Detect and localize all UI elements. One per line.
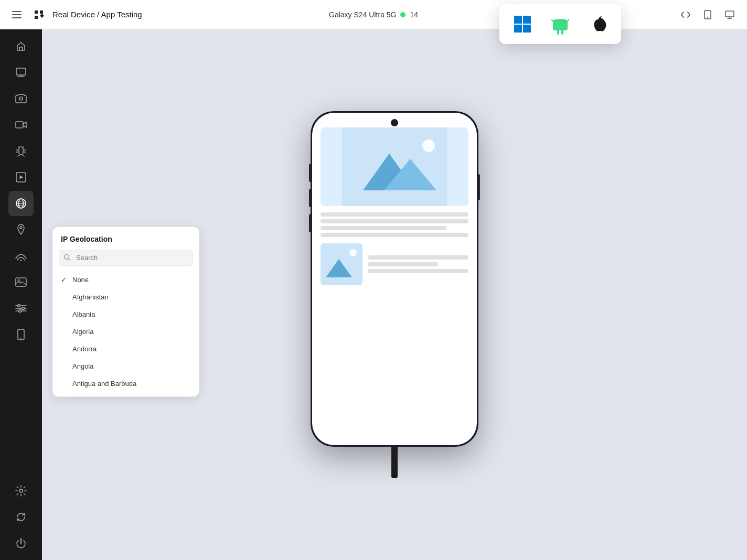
sidebar-item-device[interactable] xyxy=(8,322,34,347)
svg-point-25 xyxy=(22,307,25,310)
svg-point-24 xyxy=(18,305,20,307)
country-name: Antigua and Barbuda xyxy=(72,380,136,387)
phone-power-button xyxy=(478,174,480,200)
text-line xyxy=(321,219,468,223)
svg-point-29 xyxy=(19,489,23,492)
sidebar xyxy=(0,29,42,560)
sidebar-item-image[interactable] xyxy=(8,270,34,295)
sidebar-item-play[interactable] xyxy=(8,165,34,190)
phone-text-lines xyxy=(321,212,468,237)
country-list: ✓ None Afghanistan Albania Algeria xyxy=(52,271,199,392)
device-info: Galaxy S24 Ultra 5G 14 xyxy=(329,10,418,19)
list-item[interactable]: Afghanistan xyxy=(52,288,199,306)
svg-rect-16 xyxy=(16,122,23,128)
android-platform-button[interactable] xyxy=(548,12,573,37)
list-item[interactable]: ✓ None xyxy=(52,271,199,288)
list-item[interactable]: Algeria xyxy=(52,323,199,340)
sidebar-item-home[interactable] xyxy=(8,34,34,59)
sidebar-item-bug[interactable] xyxy=(8,138,34,164)
country-name: Algeria xyxy=(72,328,93,336)
text-line xyxy=(321,212,468,217)
country-name: Andorra xyxy=(72,345,97,353)
search-input[interactable] xyxy=(59,250,193,266)
sidebar-item-refresh[interactable] xyxy=(8,504,34,530)
sidebar-item-screen[interactable] xyxy=(8,60,34,85)
screen-button[interactable] xyxy=(721,6,739,24)
phone-button[interactable] xyxy=(699,6,717,24)
svg-point-28 xyxy=(20,338,22,339)
geo-search-container xyxy=(59,250,193,266)
android-indicator xyxy=(400,12,405,17)
list-item[interactable]: Angola xyxy=(52,358,199,375)
phone-text-small xyxy=(368,243,468,285)
svg-rect-14 xyxy=(16,68,26,75)
svg-point-21 xyxy=(20,260,22,262)
apple-platform-button[interactable] xyxy=(585,12,611,37)
phone-image-small xyxy=(321,243,362,285)
sidebar-item-signal[interactable] xyxy=(8,243,34,268)
search-icon xyxy=(63,253,71,262)
check-icon: ✓ xyxy=(61,276,68,284)
sidebar-item-globe[interactable] xyxy=(8,191,34,216)
device-name: Galaxy S24 Ultra 5G xyxy=(329,10,396,19)
sidebar-item-power[interactable] xyxy=(8,531,34,556)
svg-rect-7 xyxy=(523,16,531,24)
svg-point-15 xyxy=(19,97,23,100)
list-item[interactable]: Albania xyxy=(52,306,199,323)
text-line xyxy=(321,226,446,230)
svg-rect-6 xyxy=(514,16,522,24)
phone-camera xyxy=(391,119,398,126)
phone-mockup xyxy=(311,111,478,478)
sidebar-item-camera[interactable] xyxy=(8,86,34,111)
svg-rect-5 xyxy=(725,11,734,17)
svg-rect-2 xyxy=(12,17,22,18)
phone-screen xyxy=(312,113,477,445)
svg-point-34 xyxy=(422,139,435,152)
svg-rect-8 xyxy=(514,25,522,33)
topbar: Real Device / App Testing Galaxy S24 Ult… xyxy=(0,0,747,29)
geo-panel: IP Geolocation ✓ None Afghanistan xyxy=(52,227,199,396)
code-button[interactable] xyxy=(677,6,695,24)
phone-volume-down-button xyxy=(309,189,311,207)
main-layout: IP Geolocation ✓ None Afghanistan xyxy=(0,29,747,560)
svg-rect-0 xyxy=(12,11,22,12)
platform-picker xyxy=(499,4,621,44)
svg-point-4 xyxy=(707,17,708,18)
app-logo xyxy=(30,6,47,23)
country-name: Albania xyxy=(72,310,95,318)
country-name: Angola xyxy=(72,362,93,370)
svg-point-26 xyxy=(19,310,22,313)
list-item[interactable]: Antigua and Barbuda xyxy=(52,375,199,392)
phone-cable xyxy=(391,447,398,478)
sidebar-item-settings[interactable] xyxy=(8,478,34,503)
sidebar-item-location[interactable] xyxy=(8,217,34,242)
phone-body xyxy=(311,111,478,447)
topbar-actions xyxy=(677,6,739,24)
hamburger-button[interactable] xyxy=(8,6,25,23)
text-line xyxy=(368,262,438,266)
text-line xyxy=(368,269,468,273)
sidebar-item-video[interactable] xyxy=(8,112,34,137)
phone-image-large xyxy=(321,127,468,206)
content-area: IP Geolocation ✓ None Afghanistan xyxy=(42,29,747,560)
page-title: Real Device / App Testing xyxy=(52,10,142,19)
android-version: 14 xyxy=(410,10,418,19)
phone-content-row xyxy=(321,243,468,285)
svg-point-37 xyxy=(349,249,357,256)
list-item[interactable]: Andorra xyxy=(52,340,199,358)
text-line xyxy=(321,233,468,237)
geo-panel-title: IP Geolocation xyxy=(52,235,199,250)
svg-point-20 xyxy=(20,227,22,229)
windows-platform-button[interactable] xyxy=(510,12,535,37)
phone-content xyxy=(312,113,477,445)
text-line xyxy=(368,255,468,260)
country-name: Afghanistan xyxy=(72,293,109,301)
svg-point-23 xyxy=(18,279,20,282)
svg-rect-1 xyxy=(12,14,22,15)
sidebar-item-sliders[interactable] xyxy=(8,296,34,321)
phone-volume-up-button xyxy=(309,164,311,182)
phone-silent-button xyxy=(309,214,311,232)
country-name: None xyxy=(72,276,89,284)
svg-rect-9 xyxy=(523,25,531,33)
